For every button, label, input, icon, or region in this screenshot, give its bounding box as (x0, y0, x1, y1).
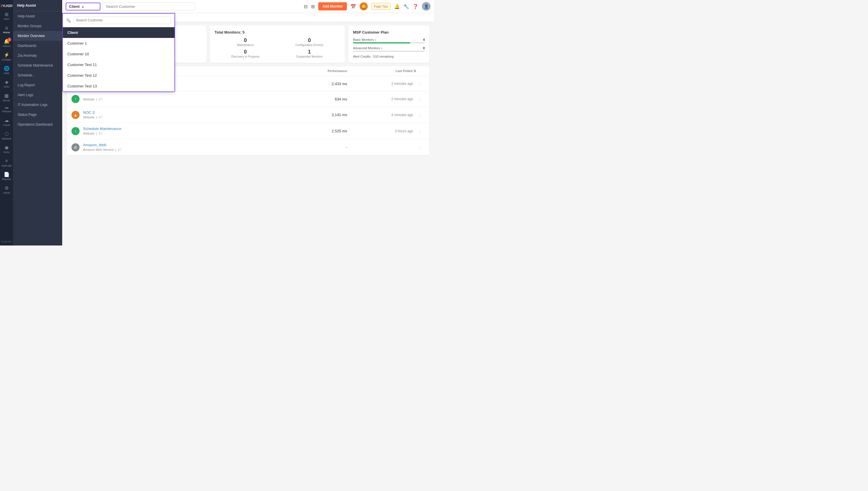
nav-apm-label: APM (4, 85, 9, 88)
client-dropdown: 🔍 Client Customer 1 Customer 10 Customer… (62, 13, 175, 92)
monitor-row[interactable]: ↑ Website | 🏷 634 ms 2 minutes ago ⋮ (67, 91, 429, 107)
monitor-info: Schedule Maintenance Website | 🏷 (83, 126, 281, 136)
advanced-monitors-bar (353, 51, 425, 52)
nav-cloud[interactable]: ☁ Cloud (0, 115, 13, 129)
reports-icon: 📄 (4, 172, 9, 177)
sidebar-title: Help Assist (13, 0, 62, 11)
monitor-name[interactable]: Amazon_feb6 (83, 143, 281, 147)
sidebar-item-monitor-groups[interactable]: Monitor Groups (13, 21, 62, 31)
nav-msp-label: MSP (4, 18, 9, 21)
monitor-info: Amazon_feb6 Amazon Web Service | 🏷 (83, 143, 281, 152)
basic-monitors-value: 4 (423, 38, 425, 41)
sidebar-item-log-report[interactable]: Log Report (13, 80, 62, 90)
filter-icon[interactable]: ⊟ (304, 4, 308, 9)
applogs-icon: ≡ (5, 158, 8, 164)
sidebar-item-dashboards[interactable]: Dashboards (13, 41, 62, 51)
status-icon-up: ↑ (71, 95, 80, 103)
dropdown-search-input[interactable] (73, 17, 171, 24)
monitor-row[interactable]: ⊘ Amazon_feb6 Amazon Web Service | 🏷 - ⋮ (67, 139, 429, 155)
vmware-icon: VM (5, 107, 9, 110)
nav-server-label: Server (3, 99, 10, 102)
monitor-type: Website | 🏷 (83, 132, 281, 136)
tag-icon: 🏷 (99, 115, 102, 119)
nav-alarms[interactable]: 2 🔔 Alarms (0, 36, 13, 50)
dropdown-item-customer-test12[interactable]: Customer Test 12 (63, 70, 175, 81)
web-icon: 🌐 (4, 66, 9, 71)
monitor-last-polled: 3 hours ago (347, 129, 416, 133)
topbar-actions: ⊟ ⊞ Add Monitor 📅 🔔 Page Tips 🔔 🔧 ❓ 👤 (304, 2, 431, 11)
monitor-row[interactable]: ↑ Schedule Maintenance Website | 🏷 2,525… (67, 123, 429, 139)
nav-web[interactable]: 🌐 Web (0, 63, 13, 77)
sidebar-item-it-automation-logs[interactable]: IT Automation Logs (13, 100, 62, 110)
monitor-type: Website | 🏷 (83, 115, 281, 119)
dropdown-item-customer-test11[interactable]: Customer Test 11 (63, 59, 175, 70)
dropdown-item-customer10[interactable]: Customer 10 (63, 49, 175, 59)
nav-network[interactable]: ⬡ Network (0, 129, 13, 142)
nav-server[interactable]: ▦ Server (0, 91, 13, 104)
nav-msp[interactable]: ⊞ MSP (0, 9, 13, 23)
monitor-last-polled: 2 minutes ago (347, 82, 416, 86)
clock: 5:43 PM (2, 240, 11, 246)
help-icon[interactable]: ❓ (412, 4, 418, 9)
monitor-menu-icon[interactable]: ⋮ (416, 97, 425, 101)
avatar[interactable]: 👤 (422, 2, 431, 11)
monitor-stat-suspended: 1 Suspended Monitors (279, 49, 340, 58)
sidebar-item-monitor-overview[interactable]: Monitor Overview (13, 31, 62, 41)
sidebar-item-zia-anomaly[interactable]: Zia Anomaly (13, 51, 62, 60)
sidebar-item-alert-logs[interactable]: Alert Logs (13, 90, 62, 100)
add-monitor-button[interactable]: Add Monitor (318, 2, 347, 10)
sidebar-item-schedule2[interactable]: Schedule... (13, 70, 62, 80)
home-icon: ⌂ (5, 25, 8, 30)
col-performance-header: Performance (278, 69, 347, 73)
monitor-performance: 2,433 ms (281, 82, 347, 86)
maintenance-label: Maintenance (215, 44, 276, 47)
basic-monitors-label: Basic Monitors ℹ (353, 38, 376, 41)
msp-plan-title: MSP Customer Plan (353, 30, 425, 34)
monitor-search-input[interactable] (103, 3, 195, 10)
dropdown-item-client[interactable]: Client (63, 27, 175, 38)
nav-outages[interactable]: ⚡ Outages (0, 50, 13, 63)
col-last-polled-header[interactable]: Last Polled ⇅ (347, 69, 425, 73)
dropdown-item-customer1[interactable]: Customer 1 (63, 38, 175, 49)
nav-admin[interactable]: ⚙ Admin (0, 183, 13, 197)
nav-reports[interactable]: 📄 Reports (0, 169, 13, 183)
monitor-menu-icon[interactable]: ⋮ (416, 129, 425, 134)
monitor-name[interactable]: Schedule Maintenance (83, 126, 281, 131)
monitor-performance: 3,141 ms (281, 113, 347, 117)
sidebar-item-operations-dashboard[interactable]: Operations Dashboard (13, 120, 62, 129)
dropdown-item-customer-test13[interactable]: Customer Test 13 (63, 81, 175, 91)
monitor-menu-icon[interactable]: ⋮ (416, 113, 425, 117)
alarms-badge: 2 (7, 38, 11, 42)
monitor-row[interactable]: ▲ NOC 3 Website | 🏷 3,141 ms 4 minutes a… (67, 107, 429, 123)
discovery-count: 0 (215, 49, 276, 55)
nav-rum-label: RUM (3, 151, 9, 154)
sidebar-item-status-page[interactable]: Status Page (13, 110, 62, 120)
nav-home[interactable]: ⌂ Home (0, 23, 13, 36)
nav-apm[interactable]: ◈ APM (0, 77, 13, 91)
sidebar-item-schedule-maintenance[interactable]: Schedule Maintenance (13, 60, 62, 70)
nav-applogs[interactable]: ≡ AppLogs (0, 156, 13, 169)
grid-icon[interactable]: ⊞ (311, 4, 315, 9)
monitor-name[interactable]: NOC 3 (83, 110, 281, 115)
discovery-label: Discovery in Progress (215, 55, 276, 58)
calendar-icon[interactable]: 📅 (350, 4, 356, 9)
monitor-performance: 2,525 ms (281, 129, 347, 133)
nav-rum[interactable]: ◉ RUM (0, 142, 13, 156)
notification-icon[interactable]: 🔔 (360, 2, 368, 10)
page-tips-button[interactable]: Page Tips (371, 3, 391, 10)
total-monitors-card: Total Monitors: 5 0 Maintenance 0 Config… (210, 26, 345, 63)
monitor-menu-icon[interactable]: ⋮ (416, 81, 425, 86)
monitor-menu-icon[interactable]: ⋮ (416, 145, 425, 150)
sidebar-item-help-assist[interactable]: Help Assist (13, 11, 62, 21)
client-selector[interactable]: Client ▲ (66, 3, 100, 10)
monitor-last-polled: 4 minutes ago (347, 113, 416, 117)
notification-bell-icon[interactable]: 🔔 (394, 4, 400, 9)
config-errors-count: 0 (279, 37, 340, 44)
basic-monitors-bar (353, 42, 425, 44)
monitor-type: Website | 🏷 (83, 97, 281, 101)
advanced-monitors-label: Advanced Monitors ℹ (353, 46, 382, 50)
nav-vmware-label: VMware (2, 110, 11, 113)
nav-vmware[interactable]: VM VMware (0, 104, 13, 115)
monitor-stat-discovery: 0 Discovery in Progress (215, 49, 276, 58)
wrench-icon[interactable]: 🔧 (403, 4, 409, 9)
